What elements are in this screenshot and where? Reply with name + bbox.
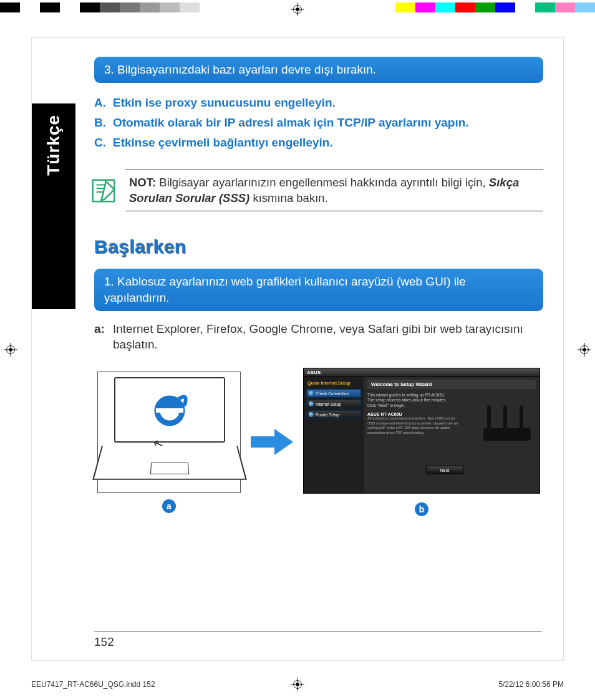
language-label: Türkçe [44,115,64,176]
router-features: Simultaneous dual-band connection. Twin … [367,416,461,435]
step-a-label: a: [94,321,113,353]
router-desc-2: The setup process takes about five minut… [367,398,464,403]
badge-b: b [415,502,428,516]
page-frame: Türkçe 3. Bilgisayarınızdaki bazı ayarla… [31,37,564,661]
section-title: Başlarken [94,236,543,257]
arrow-right-icon [249,429,294,455]
illustration-row: ↖ a ASUS Quick Internet Setup Check Conn… [94,368,543,516]
sub-list: A.Etkin ise proxy sunucusunu engelleyin.… [94,93,543,153]
note-text: NOT: Bilgisayar ayarlarınızın engellenme… [129,175,543,206]
router-desc-3: Click "Next" to begin. [367,403,464,408]
language-tab: Türkçe [32,103,75,309]
internet-explorer-icon [150,390,190,429]
svg-rect-19 [483,428,531,441]
router-side-btn-1: Check Connection [306,389,361,398]
laptop-illustration: ↖ [97,372,241,493]
print-footer: EEU7417_RT-AC66U_QSG.indd 152 5/22/12 6:… [31,680,564,689]
note-text-2: kısmına bakın. [249,191,327,204]
sub-b-text: Otomatik olarak bir IP adresi almak için… [113,113,469,133]
router-next-button: Next [426,466,463,474]
sub-c-text: Etkinse çevirmeli bağlantıyı engelleyin. [113,133,333,153]
footer-filename: EEU7417_RT-AC66U_QSG.indd 152 [31,680,155,689]
router-side-btn-3: Router Setup [306,410,361,419]
sub-b-label: B. [94,113,113,133]
note-label: NOT: [129,176,156,189]
sub-a-text: Etkin ise proxy sunucusunu engelleyin. [113,93,336,113]
router-desc-1: This wizard guides in setting up RT-AC66… [367,393,464,398]
step-1-box: 1. Kablosuz ayarlarınızı web grafikleri … [94,269,543,310]
svg-rect-20 [487,406,491,429]
router-brand: ASUS [304,368,539,377]
sub-a-label: A. [94,93,113,113]
svg-rect-21 [503,406,507,429]
step-3-text: 3. Bilgisayarınızdaki bazı ayarları devr… [104,63,376,76]
step-a: a: Internet Explorer, Firefox, Google Ch… [94,321,543,353]
badge-a: a [162,499,176,513]
registration-mark-icon [291,2,304,16]
svg-rect-22 [520,406,523,429]
footer-timestamp: 5/22/12 6:00:56 PM [498,680,564,689]
registration-mark-icon [4,343,17,357]
note-box: NOT: Bilgisayar ayarlarınızın engellenme… [125,170,543,212]
router-welcome: Welcome to Setup Wizard [367,380,536,389]
router-setup-screenshot: ASUS Quick Internet Setup Check Connecti… [303,368,540,494]
step-3-box: 3. Bilgisayarınızdaki bazı ayarları devr… [94,57,543,83]
page-number: 152 [94,631,542,649]
sub-c-label: C. [94,133,113,153]
router-device-icon [478,403,536,443]
step-a-text: Internet Explorer, Firefox, Google Chrom… [113,321,543,353]
registration-mark-icon [578,343,591,357]
svg-rect-18 [156,408,183,413]
note-text-1: Bilgisayar ayarlarınızın engellenmesi ha… [156,176,489,189]
step-1-text: 1. Kablosuz ayarlarınızı web grafikleri … [104,275,466,304]
router-side-btn-2: Internet Setup [306,400,361,408]
note-icon [89,176,118,205]
router-side-header: Quick Internet Setup [306,380,361,386]
